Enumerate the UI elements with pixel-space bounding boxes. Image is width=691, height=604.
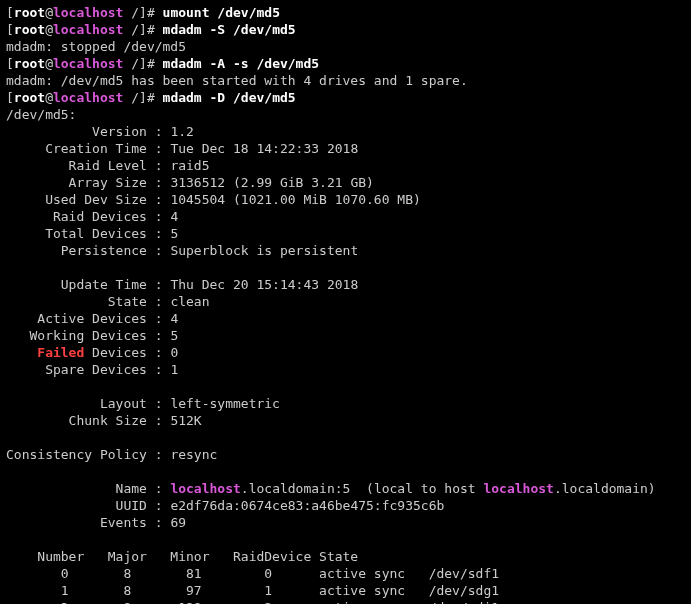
v-version: 1.2 — [170, 124, 193, 139]
v-uuid: e2df76da:0674ce83:a46be475:fc935c6b — [170, 498, 444, 513]
prompt-path: /]# — [123, 5, 162, 20]
v-name-rest2: .localdomain) — [554, 481, 656, 496]
k-version: Version : — [6, 124, 170, 139]
v-consistency-policy: resync — [170, 447, 217, 462]
cmd-mdadm-stop: mdadm -S /dev/md5 — [163, 22, 296, 37]
k-total-devices: Total Devices : — [6, 226, 170, 241]
k-failed-rest: Devices : — [84, 345, 170, 360]
v-array-size: 3136512 (2.99 GiB 3.21 GB) — [170, 175, 374, 190]
k-raid-level: Raid Level : — [6, 158, 170, 173]
prompt-at: @ — [45, 90, 53, 105]
device-row: 3 8 129 2 active sync /dev/sdi1 — [6, 600, 499, 604]
prompt-at: @ — [45, 22, 53, 37]
k-consistency-policy: Consistency Policy : — [6, 447, 170, 462]
prompt-path: /]# — [123, 90, 162, 105]
v-working-devices: 5 — [170, 328, 178, 343]
k-failed-pre — [6, 345, 37, 360]
prompt-user: root — [14, 5, 45, 20]
device-table-header: Number Major Minor RaidDevice State — [6, 549, 358, 564]
v-failed-devices: 0 — [170, 345, 178, 360]
detail-header: /dev/md5: — [6, 107, 76, 122]
v-raid-level: raid5 — [170, 158, 209, 173]
out-started: mdadm: /dev/md5 has been started with 4 … — [6, 73, 468, 88]
v-update-time: Thu Dec 20 15:14:43 2018 — [170, 277, 358, 292]
device-row: 1 8 97 1 active sync /dev/sdg1 — [6, 583, 499, 598]
v-chunk-size: 512K — [170, 413, 201, 428]
prompt-user: root — [14, 90, 45, 105]
prompt-at: @ — [45, 56, 53, 71]
prompt-bracket: [ — [6, 5, 14, 20]
k-state: State : — [6, 294, 170, 309]
v-name-host2: localhost — [483, 481, 553, 496]
k-uuid: UUID : — [6, 498, 170, 513]
v-used-dev-size: 1045504 (1021.00 MiB 1070.60 MB) — [170, 192, 420, 207]
k-used-dev-size: Used Dev Size : — [6, 192, 170, 207]
v-persistence: Superblock is persistent — [170, 243, 358, 258]
prompt-user: root — [14, 22, 45, 37]
cmd-mdadm-assemble: mdadm -A -s /dev/md5 — [163, 56, 320, 71]
v-raid-devices: 4 — [170, 209, 178, 224]
cmd-mdadm-detail: mdadm -D /dev/md5 — [163, 90, 296, 105]
k-update-time: Update Time : — [6, 277, 170, 292]
v-name-host: localhost — [170, 481, 240, 496]
prompt-at: @ — [45, 5, 53, 20]
k-name: Name : — [6, 481, 170, 496]
terminal[interactable]: [root@localhost /]# umount /dev/md5 [roo… — [0, 0, 691, 604]
prompt-path: /]# — [123, 56, 162, 71]
v-layout: left-symmetric — [170, 396, 280, 411]
v-state: clean — [170, 294, 209, 309]
prompt-host: localhost — [53, 5, 123, 20]
k-active-devices: Active Devices : — [6, 311, 170, 326]
cmd-umount: umount /dev/md5 — [163, 5, 280, 20]
k-persistence: Persistence : — [6, 243, 170, 258]
k-chunk-size: Chunk Size : — [6, 413, 170, 428]
v-active-devices: 4 — [170, 311, 178, 326]
v-creation-time: Tue Dec 18 14:22:33 2018 — [170, 141, 358, 156]
v-events: 69 — [170, 515, 186, 530]
k-layout: Layout : — [6, 396, 170, 411]
v-name-rest1: .localdomain:5 (local to host — [241, 481, 484, 496]
prompt-host: localhost — [53, 90, 123, 105]
prompt-host: localhost — [53, 56, 123, 71]
k-spare-devices: Spare Devices : — [6, 362, 170, 377]
prompt-host: localhost — [53, 22, 123, 37]
failed-label: Failed — [37, 345, 84, 360]
device-row: 0 8 81 0 active sync /dev/sdf1 — [6, 566, 499, 581]
k-working-devices: Working Devices : — [6, 328, 170, 343]
k-raid-devices: Raid Devices : — [6, 209, 170, 224]
k-creation-time: Creation Time : — [6, 141, 170, 156]
prompt-bracket: [ — [6, 90, 14, 105]
prompt-bracket: [ — [6, 56, 14, 71]
v-total-devices: 5 — [170, 226, 178, 241]
k-array-size: Array Size : — [6, 175, 170, 190]
out-stopped: mdadm: stopped /dev/md5 — [6, 39, 186, 54]
prompt-path: /]# — [123, 22, 162, 37]
prompt-bracket: [ — [6, 22, 14, 37]
prompt-user: root — [14, 56, 45, 71]
v-spare-devices: 1 — [170, 362, 178, 377]
k-events: Events : — [6, 515, 170, 530]
